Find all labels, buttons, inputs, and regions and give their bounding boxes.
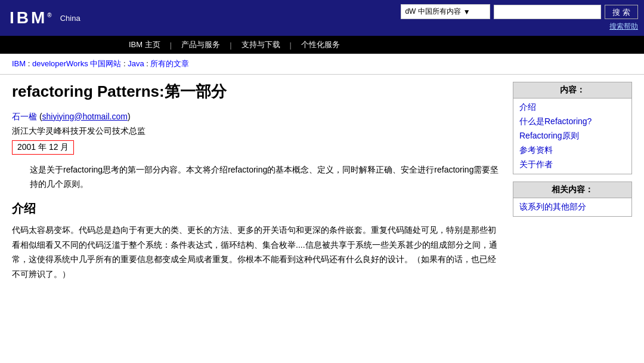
breadcrumb-articles[interactable]: 所有的文章 [150,59,189,68]
toc-header: 内容： [513,82,631,99]
author-name-link[interactable]: 石一楹 [12,112,37,121]
author-paren-close: ) [128,112,131,121]
author-info: 石一楹 (shiyiying@hotmail.com) [12,112,501,122]
page-title: refactoring Patterns:第一部分 [12,82,501,102]
nav-products[interactable]: 产品与服务 [172,36,230,54]
breadcrumb-ibm[interactable]: IBM [12,59,26,68]
toc-links: 介绍 什么是Refactoring? Refactoring原则 参考资料 关于… [513,99,631,174]
chevron-down-icon: ▼ [463,8,470,16]
toc-link-references[interactable]: 参考资料 [519,145,626,156]
related-box: 相关内容： 该系列的其他部分 [513,182,632,217]
logo-area: IBM® China [0,0,119,36]
breadcrumb: IBM : developerWorks 中国网站 : Java : 所有的文章 [0,54,644,75]
nav-ibm-home[interactable]: IBM 主页 [119,36,170,54]
related-links: 该系列的其他部分 [513,198,631,216]
date-box: 2001 年 12 月 [12,140,74,155]
breadcrumb-sep-1: : [28,59,32,68]
article-body-1: 代码太容易变坏。代码总是趋向于有更大的类、更长的方法、更多的开关语句和更深的条件… [12,223,501,281]
nav-bar: IBM 主页 | 产品与服务 | 支持与下载 | 个性化服务 [0,36,644,54]
related-link-series[interactable]: 该系列的其他部分 [519,202,626,213]
nav-support[interactable]: 支持与下载 [232,36,290,54]
toc-box: 内容： 介绍 什么是Refactoring? Refactoring原则 参考资… [513,82,632,174]
article-content: refactoring Patterns:第一部分 石一楹 (shiyiying… [12,82,501,288]
breadcrumb-dw[interactable]: developerWorks 中国网站 [32,59,121,68]
author-title: 浙江大学灵峰科技开发公司技术总监 [12,126,501,137]
search-help-link[interactable]: 搜索帮助 [609,21,638,32]
china-label: China [54,7,86,30]
header-right: dW 中国所有内容 ▼ 搜 索 搜索帮助 [119,0,644,36]
ibm-logo: IBM® [10,10,54,26]
related-header: 相关内容： [513,182,631,198]
search-row: dW 中国所有内容 ▼ 搜 索 [401,4,638,19]
article-abstract: 这是关于refactoring思考的第一部分内容。本文将介绍refactorin… [30,163,501,192]
main-wrapper: refactoring Patterns:第一部分 石一楹 (shiyiying… [0,82,644,288]
search-button[interactable]: 搜 索 [605,5,638,19]
toc-link-about[interactable]: 关于作者 [519,159,626,170]
dw-select-value: dW 中国所有内容 [405,7,460,17]
ibm-logo-text: IBM® [10,10,54,26]
search-input[interactable] [494,5,601,19]
author-email-link[interactable]: shiyiying@hotmail.com [42,112,128,121]
ibm-logo-letters: IBM [10,8,47,27]
sidebar: 内容： 介绍 什么是Refactoring? Refactoring原则 参考资… [513,82,632,288]
ibm-registered: ® [47,12,54,19]
dw-scope-select[interactable]: dW 中国所有内容 ▼ [401,4,490,19]
toc-link-intro[interactable]: 介绍 [519,102,626,113]
breadcrumb-java[interactable]: Java [128,59,144,68]
toc-link-principles[interactable]: Refactoring原则 [519,131,626,141]
nav-personal[interactable]: 个性化服务 [292,36,349,54]
header: IBM® China dW 中国所有内容 ▼ 搜 索 搜索帮助 [0,0,644,36]
section-intro-title: 介绍 [12,201,501,217]
toc-link-what[interactable]: 什么是Refactoring? [519,116,626,127]
